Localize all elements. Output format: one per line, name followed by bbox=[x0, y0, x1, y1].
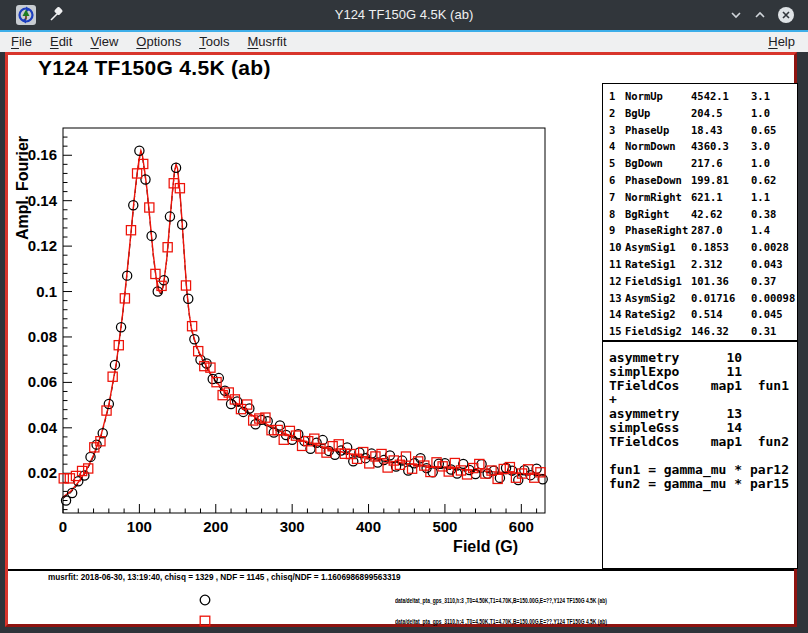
menu-musrfit[interactable]: Musrfit bbox=[239, 32, 296, 52]
x-tick-label: 200 bbox=[203, 518, 228, 535]
theory-line: fun2 = gamma_mu * par15 bbox=[609, 477, 797, 491]
y-tick-label: 0.12 bbox=[28, 237, 57, 254]
menu-file[interactable]: File bbox=[2, 32, 41, 52]
y-tick-label: 0.04 bbox=[28, 419, 58, 436]
param-row: 6PhaseDown199.810.62 bbox=[609, 172, 797, 189]
app-window: Y124 TF150G 4.5K (ab) FileEditViewOption… bbox=[0, 0, 808, 633]
y-tick-label: 0.06 bbox=[28, 373, 57, 390]
minimize-button[interactable] bbox=[726, 5, 746, 25]
theory-line: + bbox=[609, 393, 797, 407]
x-tick-label: 400 bbox=[356, 518, 381, 535]
param-row: 4NormDown4360.33.0 bbox=[609, 138, 797, 155]
x-tick-label: 600 bbox=[509, 518, 534, 535]
titlebar[interactable]: Y124 TF150G 4.5K (ab) bbox=[0, 0, 808, 30]
y-tick-label: 0.16 bbox=[28, 146, 57, 163]
x-tick-label: 100 bbox=[127, 518, 152, 535]
theory-line: simplExpo 11 bbox=[609, 365, 797, 379]
param-row: 1NormUp4542.13.1 bbox=[609, 88, 797, 105]
menu-edit[interactable]: Edit bbox=[41, 32, 81, 52]
param-row: 8BgRight42.620.38 bbox=[609, 206, 797, 223]
param-row: 13AsymSig20.017160.00098 bbox=[609, 290, 797, 307]
legend-label: data/deltat_pta_gps_3110,h:3 ,T0=4.50K,T… bbox=[395, 596, 607, 605]
theory-line: asymmetry 10 bbox=[609, 351, 797, 365]
param-row: 12FieldSig1101.360.37 bbox=[609, 273, 797, 290]
data-point-circle bbox=[514, 476, 523, 485]
y-tick-label: 0.02 bbox=[28, 464, 57, 481]
theory-line: TFieldCos map1 fun2 bbox=[609, 435, 797, 449]
root-canvas[interactable]: Y124 TF150G 4.5K (ab) 010020030040050060… bbox=[5, 52, 797, 627]
theory-line: TFieldCos map1 fun1 bbox=[609, 379, 797, 393]
param-row: 15FieldSig2146.320.31 bbox=[609, 323, 797, 340]
theory-line: asymmetry 13 bbox=[609, 407, 797, 421]
fit-parameter-box[interactable]: 1NormUp4542.13.12BgUp204.51.03PhaseUp18.… bbox=[602, 83, 798, 341]
theory-line bbox=[609, 449, 797, 463]
param-row: 3PhaseUp18.430.65 bbox=[609, 122, 797, 139]
menu-tools[interactable]: Tools bbox=[190, 32, 238, 52]
maximize-button[interactable] bbox=[750, 5, 770, 25]
x-tick-label: 0 bbox=[59, 518, 67, 535]
theory-line: fun1 = gamma_mu * par12 bbox=[609, 463, 797, 477]
data-point-circle bbox=[135, 146, 144, 155]
param-row: 9PhaseRight287.01.4 bbox=[609, 222, 797, 239]
y-tick-label: 0.08 bbox=[28, 328, 57, 345]
param-row: 14RateSig20.5140.045 bbox=[609, 306, 797, 323]
x-axis-title: Field (G) bbox=[453, 538, 518, 555]
legend-square-marker bbox=[198, 614, 212, 632]
close-button[interactable] bbox=[776, 5, 796, 25]
menu-options[interactable]: Options bbox=[127, 32, 190, 52]
theory-box[interactable]: asymmetry 10simplExpo 11TFieldCos map1 f… bbox=[602, 341, 798, 569]
menubar: FileEditViewOptionsToolsMusrfitHelp bbox=[0, 32, 808, 52]
legend-entry: data/deltat_pta_gps_3110,h:4 ,T0=4.50K,T… bbox=[8, 614, 794, 630]
y-tick-label: 0.14 bbox=[28, 192, 58, 209]
menu-view[interactable]: View bbox=[81, 32, 127, 52]
param-row: 11RateSig12.3120.043 bbox=[609, 256, 797, 273]
legend-label: data/deltat_pta_gps_3110,h:4 ,T0=4.50K,T… bbox=[395, 617, 607, 626]
info-separator-line bbox=[8, 569, 794, 571]
legend-entry: data/deltat_pta_gps_3110,h:3 ,T0=4.50K,T… bbox=[8, 593, 794, 609]
data-point-square bbox=[59, 474, 68, 483]
data-point-square bbox=[377, 449, 386, 458]
legend-circle-marker bbox=[198, 593, 212, 611]
window-title: Y124 TF150G 4.5K (ab) bbox=[0, 0, 808, 30]
menu-help[interactable]: Help bbox=[759, 32, 804, 52]
y-tick-label: 0.1 bbox=[36, 283, 57, 300]
param-row: 7NormRight621.11.1 bbox=[609, 189, 797, 206]
x-tick-label: 300 bbox=[280, 518, 305, 535]
param-row: 5BgDown217.61.0 bbox=[609, 155, 797, 172]
param-row: 10AsymSig10.18530.0028 bbox=[609, 239, 797, 256]
fit-status-line: musrfit: 2018-06-30, 13:19:40, chisq = 1… bbox=[48, 572, 401, 582]
theory-line: simpleGss 14 bbox=[609, 421, 797, 435]
param-row: 2BgUp204.51.0 bbox=[609, 105, 797, 122]
x-tick-label: 500 bbox=[432, 518, 457, 535]
y-axis-title: Ampl. Fourier bbox=[14, 136, 31, 240]
